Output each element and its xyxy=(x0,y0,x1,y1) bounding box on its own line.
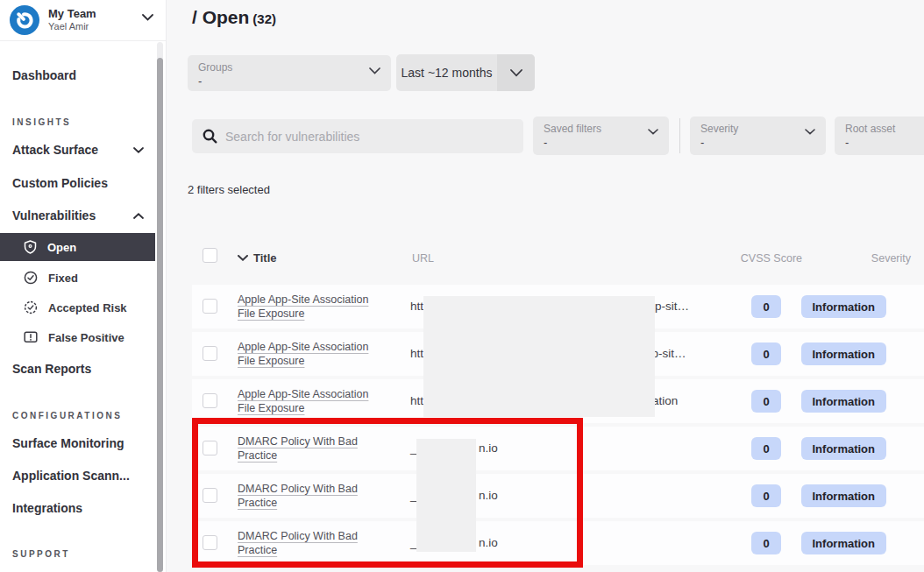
search-icon xyxy=(203,129,217,144)
row-checkbox[interactable] xyxy=(203,488,217,503)
chevron-down-icon xyxy=(369,67,380,74)
sidebar-item-label: Open xyxy=(47,241,76,254)
sidebar-item-label: Scan Reports xyxy=(12,362,91,376)
row-checkbox[interactable] xyxy=(203,535,217,550)
redaction-overlay xyxy=(416,439,476,552)
table-row: DMARC Policy With Bad Practice _ n.io 0 … xyxy=(192,521,924,565)
row-url-prefix: htt xyxy=(410,300,423,313)
sidebar-item-label: Application Scann... xyxy=(12,469,130,483)
table-row: DMARC Policy With Bad Practice _ n.io 0 … xyxy=(192,427,924,470)
cvss-score-badge: 0 xyxy=(751,484,781,507)
sidebar-item-label: Integrations xyxy=(12,501,82,515)
vulnerability-title-link[interactable]: DMARC Policy With Bad Practice xyxy=(238,529,380,557)
table-header: Title URL CVSS Score Severity xyxy=(192,248,924,272)
search-bar[interactable] xyxy=(192,119,523,153)
check-circle-icon xyxy=(24,271,38,285)
sidebar-item-application-scanning[interactable]: Application Scann... xyxy=(12,469,130,483)
sidebar-item-scan-reports[interactable]: Scan Reports xyxy=(12,362,91,376)
sidebar-item-surface-monitoring[interactable]: Surface Monitoring xyxy=(12,436,124,450)
groups-dropdown[interactable]: Groups - xyxy=(188,55,391,91)
sidebar-item-label: Dashboard xyxy=(12,68,76,82)
sidebar-item-label: Vulnerabilities xyxy=(12,208,96,222)
sort-chevron-icon xyxy=(238,255,248,261)
saved-filters-value: - xyxy=(544,136,547,149)
chevron-down-icon xyxy=(805,129,815,135)
row-checkbox[interactable] xyxy=(203,393,217,408)
column-header-url: URL xyxy=(412,252,434,265)
cvss-score-badge: 0 xyxy=(751,437,781,460)
sidebar-item-custom-policies[interactable]: Custom Policies xyxy=(12,176,108,190)
severity-dropdown-label: Severity xyxy=(700,123,738,135)
cvss-score-badge: 0 xyxy=(751,390,781,413)
select-all-checkbox[interactable] xyxy=(203,248,217,263)
brand-logo-icon xyxy=(9,4,40,36)
vulnerability-title-link[interactable]: Apple App-Site Association File Exposure xyxy=(238,387,380,415)
chevron-down-icon[interactable] xyxy=(497,54,535,91)
row-url-suffix: n.io xyxy=(479,489,498,502)
message-exclamation-icon xyxy=(24,331,38,344)
cvss-score-badge: 0 xyxy=(751,295,781,318)
row-url-prefix: htt xyxy=(410,347,423,360)
vulnerability-title-link[interactable]: Apple App-Site Association File Exposure xyxy=(238,293,380,321)
sidebar-item-attack-surface[interactable]: Attack Surface xyxy=(12,143,144,157)
row-url-suffix: n.io xyxy=(479,536,498,549)
column-header-severity: Severity xyxy=(806,252,911,265)
sidebar-item-integrations[interactable]: Integrations xyxy=(12,501,82,515)
search-input[interactable] xyxy=(225,130,506,144)
sidebar-item-label: Accepted Risk xyxy=(48,301,127,314)
redaction-overlay xyxy=(423,296,655,417)
sidebar-item-vulnerabilities[interactable]: Vulnerabilities xyxy=(12,208,144,222)
severity-badge: Information xyxy=(801,342,887,365)
column-header-title[interactable]: Title xyxy=(238,251,277,265)
severity-badge: Information xyxy=(801,390,887,413)
sidebar-item-accepted-risk[interactable]: Accepted Risk xyxy=(24,300,127,314)
sidebar-section-insights: INSIGHTS xyxy=(12,117,71,127)
severity-badge: Information xyxy=(801,532,887,554)
vulnerability-title-link[interactable]: Apple App-Site Association File Exposure xyxy=(238,340,380,368)
severity-dropdown-value: - xyxy=(700,136,704,149)
chevron-down-icon xyxy=(133,147,144,153)
row-checkbox[interactable] xyxy=(203,299,217,314)
chevron-down-icon xyxy=(648,129,658,135)
severity-badge: Information xyxy=(801,295,887,318)
sidebar-section-support: SUPPORT xyxy=(12,549,70,559)
saved-filters-label: Saved filters xyxy=(544,123,601,135)
time-range-value: Last ~12 months xyxy=(396,54,497,91)
severity-dropdown[interactable]: Severity - xyxy=(690,117,826,155)
vulnerability-title-link[interactable]: DMARC Policy With Bad Practice xyxy=(238,482,380,510)
sidebar: My Team Yael Amir Dashboard INSIGHTS Att… xyxy=(0,0,167,572)
table-row: DMARC Policy With Bad Practice _ n.io 0 … xyxy=(192,474,924,518)
row-checkbox[interactable] xyxy=(203,346,217,361)
groups-dropdown-label: Groups xyxy=(198,61,232,74)
cvss-score-badge: 0 xyxy=(751,342,781,365)
chevron-up-icon xyxy=(133,213,144,219)
app-window: My Team Yael Amir Dashboard INSIGHTS Att… xyxy=(0,0,924,572)
sidebar-item-fixed[interactable]: Fixed xyxy=(24,271,78,285)
row-checkbox[interactable] xyxy=(203,441,217,455)
sidebar-item-label: Attack Surface xyxy=(12,143,98,157)
page-title: / Open(32) xyxy=(192,7,276,28)
team-user-name: Yael Amir xyxy=(48,21,89,32)
row-url-suffix: n.io xyxy=(479,441,498,455)
sidebar-section-configurations: CONFIGURATIONS xyxy=(12,411,122,420)
sidebar-item-open[interactable]: Open xyxy=(0,233,155,261)
row-url-suffix: p-sit… xyxy=(655,300,689,313)
filter-divider xyxy=(679,118,680,153)
saved-filters-dropdown[interactable]: Saved filters - xyxy=(533,117,669,155)
team-switcher[interactable]: My Team Yael Amir xyxy=(0,0,166,41)
column-header-label: Title xyxy=(253,251,277,265)
main-content: / Open(32) Groups - Last ~12 months Save… xyxy=(167,0,924,572)
root-asset-dropdown[interactable]: Root asset - xyxy=(835,117,924,155)
seal-check-icon xyxy=(24,300,38,314)
chevron-down-icon[interactable] xyxy=(142,14,153,21)
vulnerability-title-link[interactable]: DMARC Policy With Bad Practice xyxy=(238,434,380,463)
sidebar-item-label: False Positive xyxy=(48,331,124,344)
time-range-dropdown[interactable]: Last ~12 months xyxy=(396,54,535,91)
sidebar-item-dashboard[interactable]: Dashboard xyxy=(12,68,76,82)
severity-badge: Information xyxy=(801,484,887,507)
team-name: My Team xyxy=(48,7,96,20)
cvss-score-badge: 0 xyxy=(751,532,781,554)
sidebar-item-false-positive[interactable]: False Positive xyxy=(24,331,124,344)
page-title-count: (32) xyxy=(252,11,276,26)
sidebar-scrollbar-thumb[interactable] xyxy=(157,58,163,572)
